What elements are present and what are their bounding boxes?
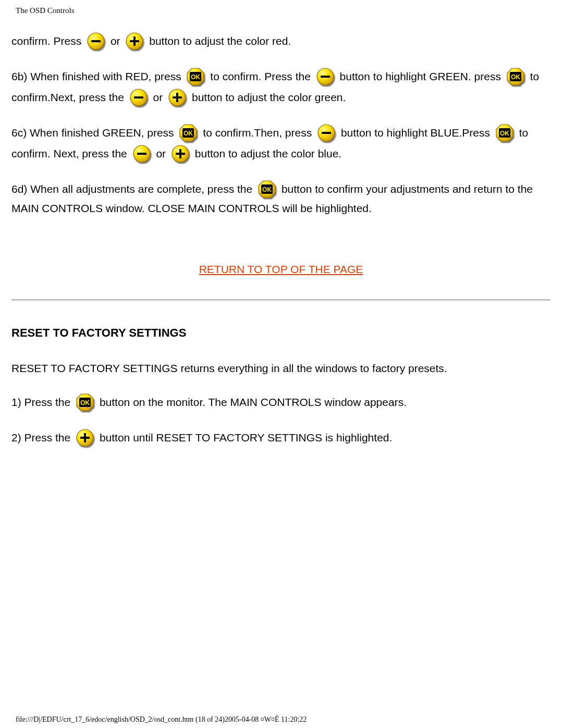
text: 6c) When finished GREEN, press	[11, 127, 174, 139]
ok-button-icon	[178, 122, 199, 143]
plus-button-icon	[167, 87, 188, 108]
ok-button-icon	[75, 392, 95, 413]
return-to-top-link[interactable]: RETURN TO TOP OF THE PAGE	[199, 263, 363, 275]
plus-button-icon	[75, 427, 95, 448]
minus-button-icon	[85, 31, 106, 52]
text: to confirm.Then, press	[203, 127, 312, 139]
text: button until RESET TO FACTORY SETTINGS i…	[100, 431, 392, 443]
reset-step-2: 2) Press the button until RESET TO FACTO…	[11, 427, 550, 448]
minus-button-icon	[315, 66, 336, 87]
plus-button-icon	[124, 31, 145, 52]
text: confirm. Press	[11, 35, 81, 47]
footer-filepath: file:///D|/EDFU/crt_17_6/edoc/english/OS…	[16, 715, 307, 724]
minus-button-icon	[316, 122, 337, 143]
text: 2) Press the	[11, 431, 70, 443]
step-6c: 6c) When finished GREEN, press to confir…	[11, 122, 550, 164]
ok-button-icon	[505, 66, 526, 87]
plus-button-icon	[170, 143, 191, 164]
text: button on the monitor. The MAIN CONTROLS…	[100, 396, 407, 408]
section-heading-reset: RESET TO FACTORY SETTINGS	[11, 324, 550, 342]
text: button to adjust the color green.	[192, 91, 346, 103]
text: button to adjust the color blue.	[195, 147, 341, 159]
text: 6d) When all adjustments are complete, p…	[11, 183, 252, 195]
ok-button-icon	[494, 122, 515, 143]
reset-step-1: 1) Press the button on the monitor. The …	[11, 392, 550, 413]
text: or	[153, 91, 163, 103]
text: 1) Press the	[11, 396, 70, 408]
text: RESET TO FACTORY SETTINGS returns everyt…	[11, 363, 447, 375]
ok-button-icon	[185, 66, 206, 87]
step-6b: 6b) When finished with RED, press to con…	[11, 66, 550, 108]
text: or	[156, 147, 166, 159]
section-divider	[11, 300, 550, 300]
return-to-top-container: RETURN TO TOP OF THE PAGE	[11, 261, 550, 278]
minus-button-icon	[128, 87, 149, 108]
text: button to adjust the color red.	[149, 35, 291, 47]
ok-button-icon	[256, 179, 277, 200]
page-title: The OSD Controls	[16, 6, 553, 15]
step-6a-continued: confirm. Press or button to adjust the c…	[11, 31, 550, 52]
text: button to highlight BLUE.Press	[341, 127, 490, 139]
minus-button-icon	[131, 143, 152, 164]
text: to confirm. Press the	[210, 70, 311, 82]
text: 6b) When finished with RED, press	[11, 70, 181, 82]
main-content: confirm. Press or button to adjust the c…	[10, 31, 553, 448]
text: or	[111, 35, 120, 47]
reset-intro: RESET TO FACTORY SETTINGS returns everyt…	[11, 360, 550, 377]
text: button to highlight GREEN. press	[340, 70, 501, 82]
step-6d: 6d) When all adjustments are complete, p…	[11, 179, 550, 217]
